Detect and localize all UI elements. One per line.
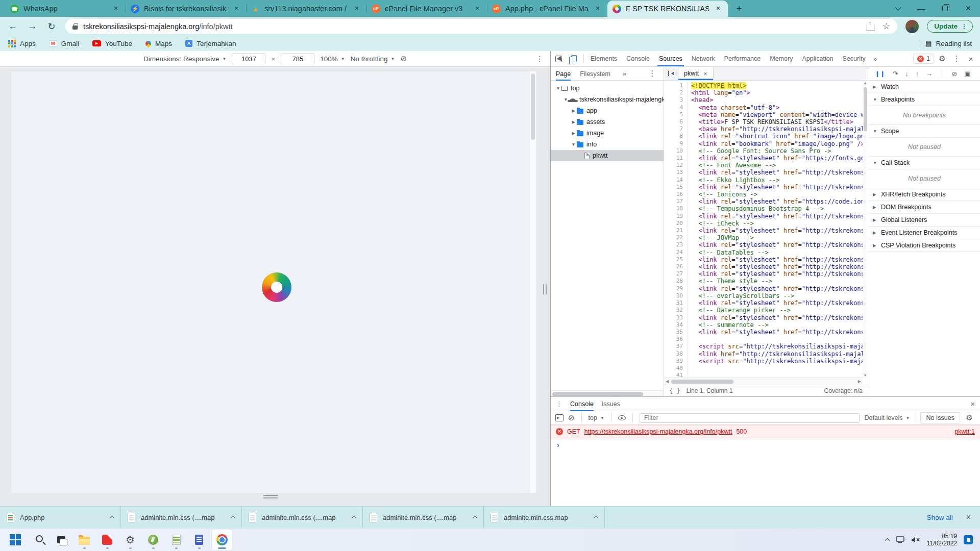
tab-close-icon[interactable]: ×: [232, 4, 241, 13]
tab-search-icon[interactable]: [886, 0, 910, 17]
navigator-tab-filesystem[interactable]: Filesystem: [580, 67, 610, 81]
taskbar-start-button[interactable]: [5, 530, 26, 550]
tree-open-arrow-icon[interactable]: ▼: [555, 86, 561, 91]
browser-tab[interactable]: cPcPanel File Manager v3×: [366, 1, 487, 17]
devtools-tab-elements[interactable]: Elements: [586, 51, 622, 66]
tree-item-app[interactable]: ▶app: [551, 105, 664, 116]
device-toolbar-menu-icon[interactable]: ⋮: [536, 55, 543, 63]
share-icon[interactable]: [867, 24, 874, 31]
console-sidebar-toggle-icon[interactable]: ▶: [555, 414, 564, 421]
browser-menu-icon[interactable]: ⋮: [961, 23, 967, 30]
bookmark-item-apps[interactable]: Apps: [8, 40, 36, 47]
debugger-section-global-listeners[interactable]: ▶Global Listeners: [868, 214, 980, 227]
tree-item-top[interactable]: ▼top: [551, 83, 664, 94]
bookmark-item-gmail[interactable]: MGmail: [49, 40, 79, 47]
devtools-tab-application[interactable]: Application: [797, 51, 838, 66]
download-item[interactable]: adminlte.min.css (....map: [242, 507, 363, 528]
inspect-element-icon[interactable]: [551, 51, 566, 66]
tab-close-icon[interactable]: ×: [352, 4, 361, 13]
navigator-menu-icon[interactable]: ⋮: [646, 69, 658, 78]
browser-tab[interactable]: ▲srv113.niagahoster.com / localho×: [246, 1, 366, 17]
step-into-icon[interactable]: ↓: [905, 70, 909, 78]
tree-item-info[interactable]: ▼info: [551, 139, 664, 150]
browser-tab[interactable]: F SP TSK REKONSILIASI KSPSI×: [607, 1, 728, 17]
tab-close-icon[interactable]: ×: [714, 4, 723, 13]
download-menu-chevron-icon[interactable]: [594, 516, 599, 521]
step-over-icon[interactable]: ↷: [892, 70, 898, 78]
taskbar-green-tool-button[interactable]: [143, 530, 163, 550]
download-menu-chevron-icon[interactable]: [352, 516, 357, 521]
settings-gear-icon[interactable]: ⚙: [936, 54, 948, 63]
console-drawer-tab-console[interactable]: Console: [570, 397, 594, 411]
navigator-tab-page[interactable]: Page: [556, 67, 571, 81]
more-panels-icon[interactable]: »: [870, 55, 880, 63]
tab-close-icon[interactable]: ×: [111, 4, 120, 13]
tree-item-image[interactable]: ▶image: [551, 128, 664, 139]
more-navigator-tabs-icon[interactable]: »: [620, 70, 629, 78]
pretty-print-icon[interactable]: { }: [669, 387, 680, 394]
reload-icon[interactable]: ↻: [46, 21, 57, 32]
minimize-button[interactable]: —: [910, 0, 933, 17]
navigator-horizontal-scrollbar[interactable]: [551, 390, 664, 396]
step-icon[interactable]: →: [926, 70, 933, 78]
devtools-tab-memory[interactable]: Memory: [765, 51, 797, 66]
taskbar-chrome-button[interactable]: [212, 530, 232, 550]
debugger-section-breakpoints[interactable]: ▼Breakpoints: [868, 93, 980, 106]
taskbar-foxit-pdf-button[interactable]: [97, 530, 117, 550]
download-menu-chevron-icon[interactable]: [231, 516, 236, 521]
forward-icon[interactable]: →: [27, 21, 38, 32]
download-menu-chevron-icon[interactable]: [473, 516, 478, 521]
dimensions-select[interactable]: Dimensions: Responsive ▼: [143, 55, 227, 63]
debugger-section-event-listener-breakpoints[interactable]: ▶Event Listener Breakpoints: [868, 227, 980, 239]
reading-list-button[interactable]: ▤ Reading list: [925, 40, 972, 47]
browser-tab[interactable]: ⚡Bisnis for tskrekonsiliasikspsi-ma×: [126, 1, 246, 17]
tree-open-arrow-icon[interactable]: ▼: [570, 142, 577, 147]
back-icon[interactable]: ←: [7, 21, 18, 32]
browser-tab[interactable]: cPApp.php - cPanel File Manager v×: [487, 1, 607, 17]
show-all-downloads-link[interactable]: Show all: [927, 514, 953, 521]
pause-on-exceptions-icon[interactable]: ▣: [964, 70, 970, 78]
editor-vertical-scrollbar[interactable]: ▲▼: [863, 81, 868, 378]
throttling-select[interactable]: No throttling ▼: [351, 55, 395, 63]
console-filter-input[interactable]: Filter: [640, 413, 860, 423]
url-input[interactable]: tskrekonsiliasikspsi-majalengka.org/info…: [65, 19, 897, 34]
clear-console-icon[interactable]: ⊘: [568, 413, 575, 422]
taskbar-docs-app-button[interactable]: [189, 530, 209, 550]
maximize-button[interactable]: [933, 0, 957, 17]
code-area[interactable]: 1234567891011121314151617181920212223242…: [664, 81, 863, 378]
debugger-section-xhr-fetch-breakpoints[interactable]: ▶XHR/fetch Breakpoints: [868, 188, 980, 201]
download-item[interactable]: App.php: [0, 507, 121, 528]
bookmark-item-maps[interactable]: Maps: [145, 40, 172, 47]
devtools-menu-icon[interactable]: ⋮: [950, 54, 963, 63]
devtools-close-icon[interactable]: ×: [965, 55, 977, 63]
viewport-height-resize-handle[interactable]: [263, 495, 278, 498]
display-tray-icon[interactable]: [896, 536, 904, 543]
editor-horizontal-scrollbar[interactable]: ◀▶: [664, 378, 863, 385]
bookmark-item-youtube[interactable]: ▶YouTube: [92, 40, 132, 47]
step-out-icon[interactable]: ↑: [916, 70, 919, 78]
download-item[interactable]: adminlte.min.css.map: [484, 507, 605, 528]
taskbar-settings-button[interactable]: ⚙: [120, 530, 140, 550]
close-button[interactable]: ×: [957, 0, 980, 17]
debugger-section-scope[interactable]: ▼Scope: [868, 125, 980, 138]
tree-closed-arrow-icon[interactable]: ▶: [570, 119, 577, 124]
browser-tab[interactable]: ☎WhatsApp×: [5, 1, 126, 17]
volume-muted-icon[interactable]: [911, 536, 920, 543]
debugger-section-csp-violation-breakpoints[interactable]: ▶CSP Violation Breakpoints: [868, 239, 980, 252]
console-drawer-close-icon[interactable]: ×: [970, 399, 975, 408]
debugger-section-watch[interactable]: ▶Watch: [868, 81, 980, 93]
tree-closed-arrow-icon[interactable]: ▶: [570, 131, 577, 136]
notification-badge[interactable]: [964, 535, 973, 544]
no-issues-button[interactable]: No Issues: [920, 412, 960, 423]
console-prompt[interactable]: ›: [551, 438, 980, 451]
error-source-link[interactable]: pkwtt:1: [954, 428, 975, 435]
viewport-width-input[interactable]: 1037: [232, 54, 265, 64]
pause-script-icon[interactable]: ❙❙: [875, 70, 885, 77]
editor-tab[interactable]: pkwtt ×: [678, 67, 714, 80]
device-toolbar-toggle-icon[interactable]: [566, 51, 581, 66]
error-badge[interactable]: ✕1: [913, 54, 934, 64]
console-settings-gear-icon[interactable]: ⚙: [963, 413, 975, 422]
bookmark-star-icon[interactable]: ☆: [883, 21, 890, 32]
hidden-icons-chevron[interactable]: [885, 538, 890, 543]
drawer-grip-icon[interactable]: ⋮: [556, 400, 562, 408]
